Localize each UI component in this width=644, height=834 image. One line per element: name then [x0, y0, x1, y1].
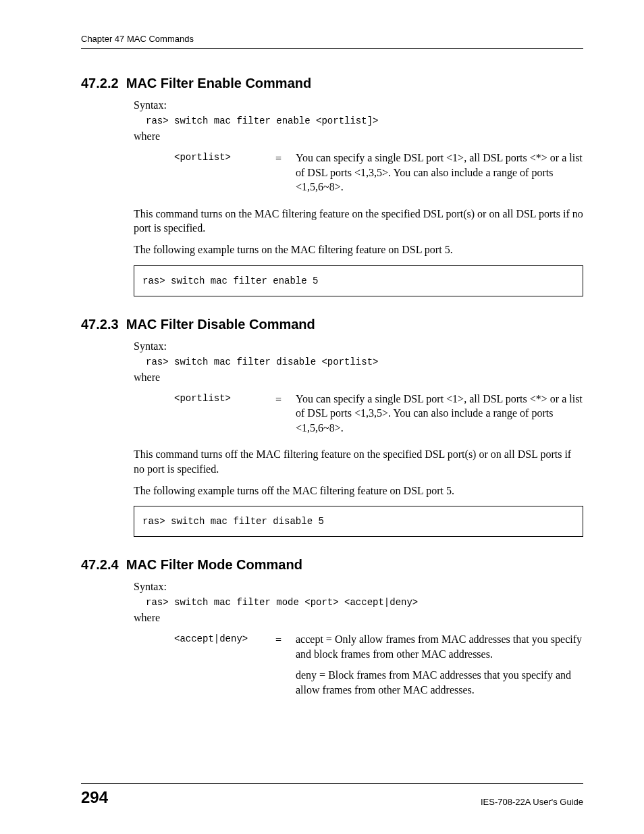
section-title: MAC Filter Mode Command [126, 557, 302, 572]
param-row: <accept|deny> = accept = Only allow fram… [174, 632, 583, 704]
syntax-command: ras> switch mac filter mode <port> <acce… [146, 597, 583, 608]
example-box: ras> switch mac filter enable 5 [134, 265, 583, 296]
param-desc-line: accept = Only allow frames from MAC addr… [296, 632, 583, 661]
where-label: where [134, 130, 583, 142]
body-text: This command turns off the MAC filtering… [134, 447, 583, 476]
param-eq: = [275, 632, 296, 648]
syntax-label: Syntax: [134, 99, 583, 111]
section-heading: 47.2.3 MAC Filter Disable Command [81, 317, 583, 332]
where-label: where [134, 612, 583, 624]
body-text: The following example turns on the MAC f… [134, 242, 583, 257]
param-eq: = [275, 151, 296, 166]
param-name: <accept|deny> [174, 632, 275, 646]
page-number: 294 [81, 788, 108, 807]
section-title: MAC Filter Disable Command [126, 317, 315, 332]
section-heading: 47.2.2 MAC Filter Enable Command [81, 76, 583, 91]
syntax-command: ras> switch mac filter enable <portlist]… [146, 115, 583, 126]
param-eq: = [275, 392, 296, 407]
section-heading: 47.2.4 MAC Filter Mode Command [81, 557, 583, 573]
param-desc: You can specify a single DSL port <1>, a… [296, 151, 583, 194]
param-desc: accept = Only allow frames from MAC addr… [296, 632, 583, 704]
body-text: The following example turns off the MAC … [134, 484, 583, 498]
section-number: 47.2.3 [81, 317, 119, 332]
body-text: This command turns on the MAC filtering … [134, 207, 583, 236]
syntax-command: ras> switch mac filter disable <portlist… [146, 357, 583, 367]
section-number: 47.2.2 [81, 76, 119, 90]
param-desc-line: deny = Block frames from MAC addresses t… [296, 668, 583, 697]
syntax-label: Syntax: [134, 340, 583, 353]
page-container: Chapter 47 MAC Commands 47.2.2 MAC Filte… [0, 0, 644, 834]
section-content: Syntax: ras> switch mac filter enable <p… [134, 99, 583, 194]
section-number: 47.2.4 [81, 557, 119, 572]
where-label: where [134, 371, 583, 384]
chapter-header: Chapter 47 MAC Commands [81, 34, 583, 49]
example-box: ras> switch mac filter disable 5 [134, 506, 583, 537]
section-content: Syntax: ras> switch mac filter disable <… [134, 340, 583, 436]
page-footer: 294 IES-708-22A User's Guide [81, 783, 583, 807]
param-row: <portlist> = You can specify a single DS… [174, 151, 583, 194]
param-name: <portlist> [174, 392, 275, 405]
param-desc: You can specify a single DSL port <1>, a… [296, 392, 583, 436]
guide-title: IES-708-22A User's Guide [481, 797, 583, 807]
section-content: Syntax: ras> switch mac filter mode <por… [134, 581, 583, 704]
param-name: <portlist> [174, 151, 275, 164]
syntax-label: Syntax: [134, 581, 583, 593]
section-title: MAC Filter Enable Command [126, 76, 311, 90]
param-row: <portlist> = You can specify a single DS… [174, 392, 583, 436]
